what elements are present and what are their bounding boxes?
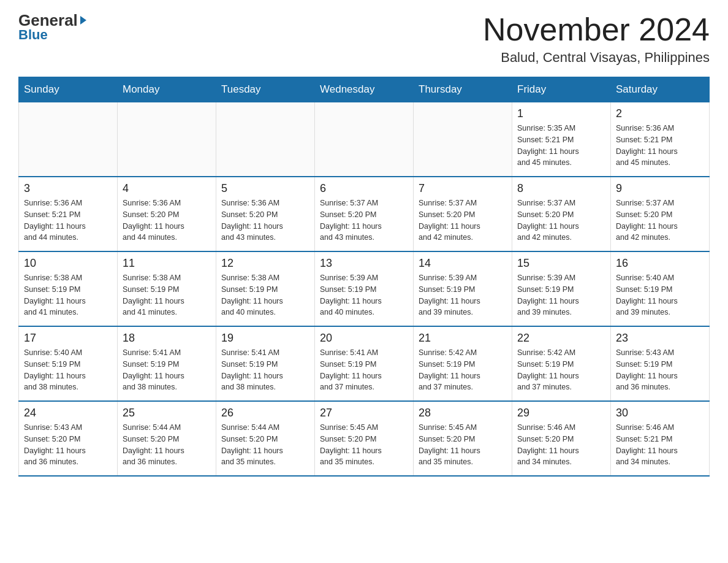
calendar-cell: 12Sunrise: 5:38 AMSunset: 5:19 PMDayligh…	[216, 251, 315, 326]
day-info: Sunrise: 5:38 AMSunset: 5:19 PMDaylight:…	[24, 272, 112, 318]
day-number: 19	[221, 332, 309, 345]
day-number: 22	[517, 332, 605, 345]
calendar-weekday-monday: Monday	[118, 77, 216, 102]
calendar-cell: 16Sunrise: 5:40 AMSunset: 5:19 PMDayligh…	[611, 251, 710, 326]
calendar-body: 1Sunrise: 5:35 AMSunset: 5:21 PMDaylight…	[19, 102, 710, 477]
calendar-week-row: 1Sunrise: 5:35 AMSunset: 5:21 PMDaylight…	[19, 102, 710, 177]
day-info: Sunrise: 5:36 AMSunset: 5:20 PMDaylight:…	[221, 197, 309, 243]
calendar-weekday-sunday: Sunday	[19, 77, 118, 102]
calendar-week-row: 3Sunrise: 5:36 AMSunset: 5:21 PMDaylight…	[19, 177, 710, 251]
day-info: Sunrise: 5:35 AMSunset: 5:21 PMDaylight:…	[517, 123, 605, 169]
day-number: 26	[221, 407, 309, 419]
logo-arrow-icon	[80, 16, 86, 25]
calendar-cell: 28Sunrise: 5:45 AMSunset: 5:20 PMDayligh…	[414, 401, 512, 476]
calendar-cell: 4Sunrise: 5:36 AMSunset: 5:20 PMDaylight…	[118, 177, 216, 251]
calendar-weekday-saturday: Saturday	[611, 77, 710, 102]
calendar-header-row: SundayMondayTuesdayWednesdayThursdayFrid…	[19, 77, 710, 102]
logo: General Blue	[18, 12, 86, 42]
day-info: Sunrise: 5:36 AMSunset: 5:21 PMDaylight:…	[616, 123, 704, 169]
day-info: Sunrise: 5:44 AMSunset: 5:20 PMDaylight:…	[221, 422, 309, 468]
calendar-table: SundayMondayTuesdayWednesdayThursdayFrid…	[18, 77, 710, 477]
day-number: 4	[123, 182, 211, 195]
calendar-cell: 23Sunrise: 5:43 AMSunset: 5:19 PMDayligh…	[611, 326, 710, 401]
day-info: Sunrise: 5:46 AMSunset: 5:20 PMDaylight:…	[517, 422, 605, 468]
day-info: Sunrise: 5:42 AMSunset: 5:19 PMDaylight:…	[419, 347, 507, 393]
day-info: Sunrise: 5:40 AMSunset: 5:19 PMDaylight:…	[616, 272, 704, 318]
calendar-week-row: 24Sunrise: 5:43 AMSunset: 5:20 PMDayligh…	[19, 401, 710, 476]
day-number: 13	[320, 257, 408, 270]
day-info: Sunrise: 5:43 AMSunset: 5:19 PMDaylight:…	[616, 347, 704, 393]
day-number: 14	[419, 257, 507, 270]
calendar-weekday-friday: Friday	[512, 77, 611, 102]
day-info: Sunrise: 5:37 AMSunset: 5:20 PMDaylight:…	[616, 197, 704, 243]
calendar-weekday-wednesday: Wednesday	[315, 77, 414, 102]
day-info: Sunrise: 5:44 AMSunset: 5:20 PMDaylight:…	[123, 422, 211, 468]
calendar-cell: 17Sunrise: 5:40 AMSunset: 5:19 PMDayligh…	[19, 326, 118, 401]
calendar-cell: 6Sunrise: 5:37 AMSunset: 5:20 PMDaylight…	[315, 177, 414, 251]
day-info: Sunrise: 5:43 AMSunset: 5:20 PMDaylight:…	[24, 422, 112, 468]
day-info: Sunrise: 5:38 AMSunset: 5:19 PMDaylight:…	[221, 272, 309, 318]
calendar-cell: 18Sunrise: 5:41 AMSunset: 5:19 PMDayligh…	[118, 326, 216, 401]
day-number: 20	[320, 332, 408, 345]
calendar-cell: 20Sunrise: 5:41 AMSunset: 5:19 PMDayligh…	[315, 326, 414, 401]
calendar-cell	[19, 102, 118, 177]
calendar-cell: 9Sunrise: 5:37 AMSunset: 5:20 PMDaylight…	[611, 177, 710, 251]
calendar-cell: 5Sunrise: 5:36 AMSunset: 5:20 PMDaylight…	[216, 177, 315, 251]
calendar-cell: 13Sunrise: 5:39 AMSunset: 5:19 PMDayligh…	[315, 251, 414, 326]
day-info: Sunrise: 5:36 AMSunset: 5:21 PMDaylight:…	[24, 197, 112, 243]
day-number: 29	[517, 407, 605, 419]
calendar-cell: 24Sunrise: 5:43 AMSunset: 5:20 PMDayligh…	[19, 401, 118, 476]
calendar-cell: 2Sunrise: 5:36 AMSunset: 5:21 PMDaylight…	[611, 102, 710, 177]
day-number: 5	[221, 182, 309, 195]
title-block: November 2024 Balud, Central Visayas, Ph…	[483, 12, 710, 66]
day-info: Sunrise: 5:41 AMSunset: 5:19 PMDaylight:…	[221, 347, 309, 393]
calendar-week-row: 17Sunrise: 5:40 AMSunset: 5:19 PMDayligh…	[19, 326, 710, 401]
day-number: 16	[616, 257, 704, 270]
day-info: Sunrise: 5:45 AMSunset: 5:20 PMDaylight:…	[320, 422, 408, 468]
day-info: Sunrise: 5:37 AMSunset: 5:20 PMDaylight:…	[517, 197, 605, 243]
page-subtitle: Balud, Central Visayas, Philippines	[483, 50, 710, 66]
day-info: Sunrise: 5:37 AMSunset: 5:20 PMDaylight:…	[320, 197, 408, 243]
day-number: 23	[616, 332, 704, 345]
day-number: 2	[616, 107, 704, 120]
calendar-cell: 29Sunrise: 5:46 AMSunset: 5:20 PMDayligh…	[512, 401, 611, 476]
calendar-weekday-tuesday: Tuesday	[216, 77, 315, 102]
day-number: 21	[419, 332, 507, 345]
calendar-cell	[315, 102, 414, 177]
day-number: 8	[517, 182, 605, 195]
day-number: 17	[24, 332, 112, 345]
day-info: Sunrise: 5:39 AMSunset: 5:19 PMDaylight:…	[320, 272, 408, 318]
calendar-week-row: 10Sunrise: 5:38 AMSunset: 5:19 PMDayligh…	[19, 251, 710, 326]
calendar-cell	[118, 102, 216, 177]
calendar-cell: 26Sunrise: 5:44 AMSunset: 5:20 PMDayligh…	[216, 401, 315, 476]
logo-general-text: General	[18, 12, 78, 28]
day-info: Sunrise: 5:38 AMSunset: 5:19 PMDaylight:…	[123, 272, 211, 318]
calendar-cell: 3Sunrise: 5:36 AMSunset: 5:21 PMDaylight…	[19, 177, 118, 251]
calendar-cell: 11Sunrise: 5:38 AMSunset: 5:19 PMDayligh…	[118, 251, 216, 326]
day-info: Sunrise: 5:36 AMSunset: 5:20 PMDaylight:…	[123, 197, 211, 243]
calendar-cell: 30Sunrise: 5:46 AMSunset: 5:21 PMDayligh…	[611, 401, 710, 476]
calendar-cell: 21Sunrise: 5:42 AMSunset: 5:19 PMDayligh…	[414, 326, 512, 401]
calendar-cell: 14Sunrise: 5:39 AMSunset: 5:19 PMDayligh…	[414, 251, 512, 326]
calendar-cell	[216, 102, 315, 177]
day-info: Sunrise: 5:45 AMSunset: 5:20 PMDaylight:…	[419, 422, 507, 468]
day-info: Sunrise: 5:46 AMSunset: 5:21 PMDaylight:…	[616, 422, 704, 468]
page-header: General Blue November 2024 Balud, Centra…	[18, 12, 710, 66]
calendar-cell: 22Sunrise: 5:42 AMSunset: 5:19 PMDayligh…	[512, 326, 611, 401]
day-number: 6	[320, 182, 408, 195]
day-number: 28	[419, 407, 507, 419]
calendar-cell: 7Sunrise: 5:37 AMSunset: 5:20 PMDaylight…	[414, 177, 512, 251]
page-title: November 2024	[483, 12, 710, 47]
calendar-cell	[414, 102, 512, 177]
day-number: 18	[123, 332, 211, 345]
calendar-header: SundayMondayTuesdayWednesdayThursdayFrid…	[19, 77, 710, 102]
day-number: 27	[320, 407, 408, 419]
calendar-cell: 8Sunrise: 5:37 AMSunset: 5:20 PMDaylight…	[512, 177, 611, 251]
calendar-cell: 1Sunrise: 5:35 AMSunset: 5:21 PMDaylight…	[512, 102, 611, 177]
day-number: 3	[24, 182, 112, 195]
day-number: 11	[123, 257, 211, 270]
day-number: 15	[517, 257, 605, 270]
day-info: Sunrise: 5:41 AMSunset: 5:19 PMDaylight:…	[123, 347, 211, 393]
calendar-cell: 25Sunrise: 5:44 AMSunset: 5:20 PMDayligh…	[118, 401, 216, 476]
day-info: Sunrise: 5:37 AMSunset: 5:20 PMDaylight:…	[419, 197, 507, 243]
